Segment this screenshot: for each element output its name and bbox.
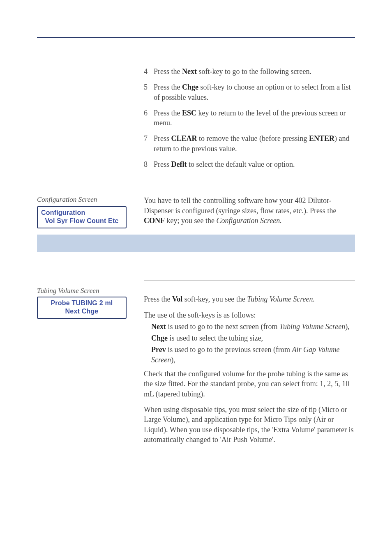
tubing-lcd-line2: Next Chge	[41, 307, 122, 315]
step-text: Press the ESC key to return to the level…	[154, 108, 355, 128]
step-text: Press CLEAR to remove the value (before …	[154, 134, 355, 154]
step-number: 7	[144, 134, 154, 143]
step-item: 4Press the Next soft-key to go to the fo…	[144, 67, 355, 76]
softkey-line: Next is used to go to the next screen (f…	[144, 322, 355, 332]
step-text: Press the Chge soft-key to choose an opt…	[154, 82, 355, 102]
softkey-line: Prev is used to go to the previous scree…	[144, 345, 355, 365]
step-number: 8	[144, 159, 154, 169]
tubing-para-disposable: When using disposable tips, you must sel…	[144, 405, 355, 444]
step-number: 5	[144, 82, 154, 92]
step-item: 5Press the Chge soft-key to choose an op…	[144, 82, 355, 102]
tubing-screen-caption: Tubing Volume Screen	[37, 287, 136, 295]
config-lcd-display: Configuration Vol Syr Flow Count Etc	[37, 206, 127, 228]
tubing-lcd-display: Probe TUBING 2 ml Next Chge	[37, 297, 127, 319]
tubing-para-check: Check that the configured volume for the…	[144, 369, 355, 399]
section-rule	[144, 281, 355, 281]
config-paragraph: You have to tell the controlling softwar…	[144, 196, 355, 226]
step-number: 4	[144, 67, 154, 76]
steps-list: 4Press the Next soft-key to go to the fo…	[144, 67, 355, 169]
tubing-intro: Press the Vol soft-key, you see the Tubi…	[144, 294, 355, 304]
step-number: 6	[144, 108, 154, 118]
step-item: 8Press Deflt to select the default value…	[144, 159, 355, 169]
step-item: 6Press the ESC key to return to the leve…	[144, 108, 355, 128]
step-text: Press the Next soft-key to go to the fol…	[154, 67, 355, 76]
tubing-lcd-line1: Probe TUBING 2 ml	[41, 299, 122, 307]
softkeys-intro: The use of the soft-keys is as follows:	[144, 310, 355, 320]
config-lcd-line2: Vol Syr Flow Count Etc	[41, 217, 122, 225]
step-item: 7Press CLEAR to remove the value (before…	[144, 134, 355, 154]
softkeys-list: Next is used to go to the next screen (f…	[144, 322, 355, 365]
config-lcd-line1: Configuration	[41, 209, 122, 217]
blue-separator-band	[37, 235, 355, 252]
step-text: Press Deflt to select the default value …	[154, 159, 355, 169]
top-rule	[37, 37, 355, 38]
config-screen-caption: Configuration Screen	[37, 196, 136, 204]
softkey-line: Chge is used to select the tubing size,	[144, 333, 355, 343]
